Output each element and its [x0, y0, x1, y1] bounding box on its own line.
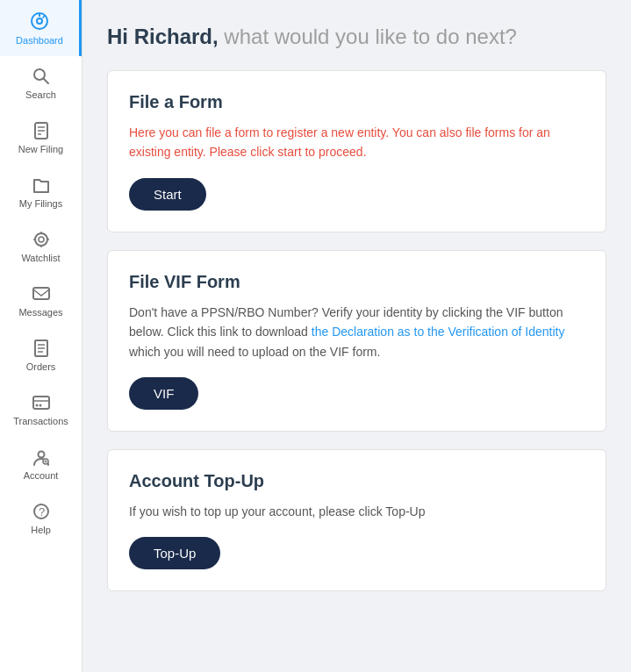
svg-point-11 — [39, 237, 44, 242]
messages-icon — [32, 284, 51, 304]
sidebar-item-orders[interactable]: Orders — [0, 328, 82, 382]
page-greeting: Hi Richard, what would you like to do ne… — [107, 25, 606, 49]
sidebar-item-orders-label: Orders — [26, 361, 56, 372]
sidebar: Dashboard Search New Filing My F — [0, 0, 82, 672]
watchlist-icon — [32, 230, 51, 249]
transactions-icon — [32, 393, 51, 412]
vif-button[interactable]: VIF — [129, 377, 198, 410]
svg-point-23 — [35, 404, 38, 407]
file-a-form-title: File a Form — [129, 92, 584, 112]
sidebar-item-search-label: Search — [25, 89, 56, 100]
sidebar-item-my-filings-label: My Filings — [19, 198, 63, 209]
vif-text-part2: which you will need to upload on the VIF… — [129, 345, 380, 359]
file-vif-form-text: Don't have a PPSN/RBO Number? Verify you… — [129, 303, 584, 361]
sidebar-item-help-label: Help — [31, 525, 51, 535]
top-up-button[interactable]: Top-Up — [129, 537, 220, 569]
sidebar-item-search[interactable]: Search — [0, 56, 82, 111]
sidebar-item-watchlist-label: Watchlist — [21, 253, 60, 263]
sidebar-item-transactions-label: Transactions — [13, 416, 68, 426]
svg-line-5 — [43, 79, 48, 84]
sidebar-item-new-filing-label: New Filing — [18, 144, 63, 154]
sidebar-item-dashboard[interactable]: Dashboard — [0, 0, 82, 56]
greeting-name: Hi Richard, — [107, 25, 219, 48]
sidebar-item-messages-label: Messages — [18, 307, 62, 318]
dashboard-icon — [29, 11, 50, 32]
file-a-form-text-content: Here you can file a form to register a n… — [129, 125, 550, 159]
file-vif-form-card: File VIF Form Don't have a PPSN/RBO Numb… — [107, 250, 606, 432]
main-content: Hi Richard, what would you like to do ne… — [82, 0, 631, 672]
svg-rect-21 — [33, 397, 49, 409]
greeting-subtitle: what would you like to do next? — [219, 25, 517, 48]
sidebar-item-dashboard-label: Dashboard — [16, 35, 63, 46]
account-top-up-card: Account Top-Up If you wish to top up you… — [107, 449, 606, 591]
file-a-form-card: File a Form Here you can file a form to … — [107, 70, 606, 232]
orders-icon — [32, 339, 51, 358]
new-filing-icon — [32, 121, 51, 140]
svg-point-24 — [39, 404, 41, 407]
file-a-form-text: Here you can file a form to register a n… — [129, 123, 584, 162]
svg-point-10 — [35, 233, 47, 246]
sidebar-item-new-filing[interactable]: New Filing — [0, 111, 82, 165]
account-icon — [32, 447, 51, 467]
help-icon: ? — [32, 502, 51, 521]
svg-point-1 — [37, 18, 42, 24]
svg-point-25 — [38, 452, 44, 458]
start-button[interactable]: Start — [129, 178, 206, 211]
search-icon — [32, 67, 51, 86]
sidebar-item-messages[interactable]: Messages — [0, 274, 82, 328]
my-filings-icon — [32, 175, 51, 195]
sidebar-item-account-label: Account — [24, 470, 59, 481]
sidebar-item-transactions[interactable]: Transactions — [0, 382, 82, 437]
top-up-text: If you wish to top up your account, plea… — [129, 504, 425, 518]
svg-text:?: ? — [39, 505, 45, 518]
sidebar-item-help[interactable]: ? Help — [0, 491, 82, 546]
account-top-up-text: If you wish to top up your account, plea… — [129, 502, 584, 521]
file-vif-form-title: File VIF Form — [129, 272, 584, 292]
svg-rect-16 — [33, 288, 49, 299]
sidebar-item-account[interactable]: Account — [0, 437, 82, 491]
vif-declaration-link[interactable]: the Declaration as to the Verification o… — [312, 325, 565, 339]
account-top-up-title: Account Top-Up — [129, 471, 584, 491]
sidebar-item-watchlist[interactable]: Watchlist — [0, 219, 82, 274]
sidebar-item-my-filings[interactable]: My Filings — [0, 165, 82, 219]
svg-line-3 — [43, 16, 46, 18]
